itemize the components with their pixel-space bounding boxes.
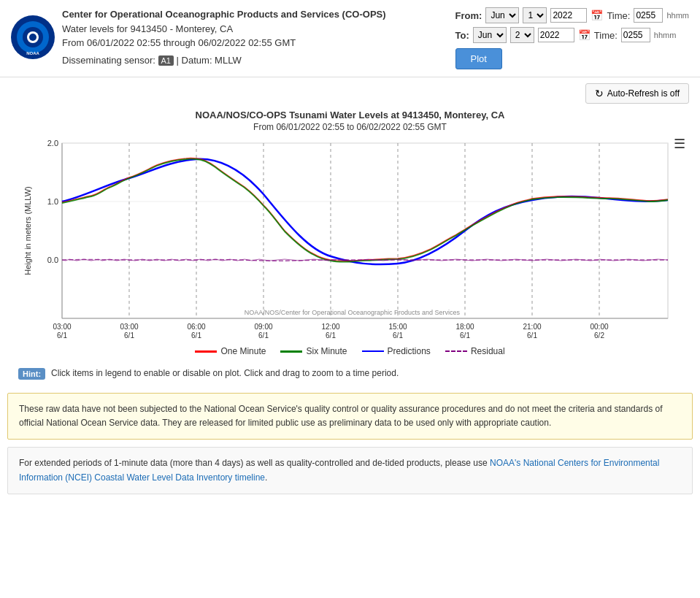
warning-text: These raw data have not been subjected t… [19,404,662,428]
legend-six-minute-line [280,350,302,353]
svg-text:6/1: 6/1 [326,331,336,340]
svg-text:6/1: 6/1 [191,331,201,340]
from-hhmm-label: hhmm [666,11,689,20]
to-row: To: Jun 2 📅 Time: hhmm [455,27,689,43]
hint-box: Hint: Click items in legend to enable or… [7,362,693,386]
legend-one-minute[interactable]: One Minute [195,346,266,356]
legend-one-minute-label: One Minute [220,346,266,356]
from-time-input[interactable] [634,8,663,23]
svg-text:NOAA/NOS/Center for Operationa: NOAA/NOS/Center for Operational Oceanogr… [244,309,460,316]
org-name: Center for Operational Oceanographic Pro… [62,7,386,22]
svg-point-4 [29,34,36,41]
to-year-input[interactable] [538,28,574,42]
logo-area: NOAA Center for Operational Oceanographi… [11,7,386,67]
hint-text: Click items in legend to enable or disab… [51,368,399,378]
to-day-select[interactable]: 2 [510,27,534,43]
chart-container: NOAA/NOS/CO-OPS Tsunami Water Levels at … [0,110,700,340]
to-label: To: [455,30,469,41]
from-label: From: [455,10,482,21]
svg-text:6/1: 6/1 [393,331,403,340]
noaa-logo: NOAA [11,15,55,59]
disseminating-row: Disseminating sensor: A1 | Datum: MLLW [62,53,386,68]
auto-refresh-button[interactable]: ↻ Auto-Refresh is off [585,83,689,104]
to-time-input[interactable] [621,28,650,42]
station-label: Water levels for 9413450 - Monterey, CA [62,22,386,37]
sensor-badge: A1 [158,55,174,66]
svg-text:6/1: 6/1 [460,331,470,340]
chart-menu-icon[interactable]: ☰ [674,136,685,152]
info-text-before: For extended periods of 1-minute data (m… [19,458,490,468]
legend-six-minute[interactable]: Six Minute [280,346,347,356]
to-time-label: Time: [594,30,618,41]
legend-one-minute-line [195,350,217,353]
to-calendar-icon[interactable]: 📅 [578,29,591,41]
svg-text:0.0: 0.0 [47,256,58,264]
chart-title: NOAA/NOS/CO-OPS Tsunami Water Levels at … [7,110,693,120]
legend-predictions-line [362,350,384,352]
from-month-select[interactable]: Jun [485,7,519,23]
refresh-icon: ↻ [595,88,604,99]
info-box: For extended periods of 1-minute data (m… [7,447,693,494]
svg-text:18:00: 18:00 [455,323,474,331]
svg-text:6/2: 6/2 [594,331,604,340]
svg-text:15:00: 15:00 [388,323,407,331]
from-calendar-icon[interactable]: 📅 [591,9,603,21]
svg-text:2.0: 2.0 [47,139,58,147]
from-row: From: Jun 1 📅 Time: hhmm [455,7,689,23]
to-hhmm-label: hhmm [654,31,677,39]
svg-text:03:00: 03:00 [120,323,138,331]
svg-text:03:00: 03:00 [53,323,71,331]
from-day-select[interactable]: 1 [523,7,547,23]
disseminating-label: Disseminating sensor: [62,55,155,66]
legend-residual-label: Residual [471,346,505,356]
hint-badge: Hint: [18,368,45,380]
page-header: NOAA Center for Operational Oceanographi… [0,0,700,77]
svg-text:6/1: 6/1 [258,331,269,340]
legend-predictions-label: Predictions [388,346,431,356]
legend-residual-line [445,350,467,353]
date-controls: From: Jun 1 📅 Time: hhmm To: Jun 2 📅 Tim… [455,7,689,69]
svg-text:00:00: 00:00 [590,323,608,331]
to-month-select[interactable]: Jun [473,27,507,43]
chart-area[interactable]: ☰ 2.0 1.0 0.0 [7,136,693,340]
svg-text:06:00: 06:00 [187,323,205,331]
svg-text:1.0: 1.0 [47,197,58,206]
time-label: Time: [607,10,630,21]
date-range: From 06/01/2022 02:55 through 06/02/2022… [62,36,386,50]
toolbar: ↻ Auto-Refresh is off [0,77,700,110]
svg-text:6/1: 6/1 [124,331,134,340]
warning-box: These raw data have not been subjected t… [7,393,693,440]
legend-residual[interactable]: Residual [445,346,505,356]
svg-text:21:00: 21:00 [523,323,541,331]
header-text: Center for Operational Oceanographic Pro… [62,7,386,67]
chart-subtitle: From 06/01/2022 02:55 to 06/02/2022 02:5… [7,122,693,132]
legend-predictions[interactable]: Predictions [362,346,431,356]
svg-text:12:00: 12:00 [321,323,339,331]
svg-text:NOAA: NOAA [26,51,39,55]
chart-svg[interactable]: 2.0 1.0 0.0 Height in meters (MLLW) [22,136,679,340]
svg-text:Height in meters (MLLW): Height in meters (MLLW) [23,186,32,275]
legend-six-minute-label: Six Minute [306,346,347,356]
svg-text:09:00: 09:00 [254,323,272,331]
svg-text:6/1: 6/1 [57,331,67,340]
plot-button[interactable]: Plot [455,48,502,69]
svg-text:6/1: 6/1 [527,331,537,340]
info-text-after: . [265,472,267,483]
datum-label: Datum: MLLW [182,55,242,66]
from-year-input[interactable] [550,8,587,23]
auto-refresh-label: Auto-Refresh is off [607,88,680,99]
chart-legend: One Minute Six Minute Predictions Residu… [0,346,700,356]
